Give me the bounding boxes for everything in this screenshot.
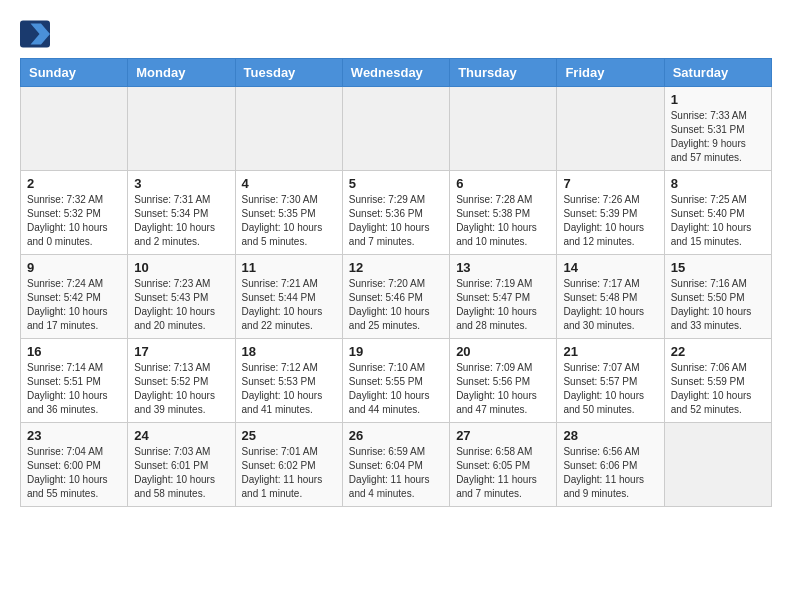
- day-info: Sunrise: 7:23 AM Sunset: 5:43 PM Dayligh…: [134, 277, 228, 333]
- day-info: Sunrise: 7:19 AM Sunset: 5:47 PM Dayligh…: [456, 277, 550, 333]
- day-info: Sunrise: 7:33 AM Sunset: 5:31 PM Dayligh…: [671, 109, 765, 165]
- day-number: 4: [242, 176, 336, 191]
- day-info: Sunrise: 7:07 AM Sunset: 5:57 PM Dayligh…: [563, 361, 657, 417]
- weekday-header-monday: Monday: [128, 59, 235, 87]
- day-info: Sunrise: 7:13 AM Sunset: 5:52 PM Dayligh…: [134, 361, 228, 417]
- calendar-cell: [128, 87, 235, 171]
- day-number: 19: [349, 344, 443, 359]
- day-number: 27: [456, 428, 550, 443]
- day-info: Sunrise: 7:06 AM Sunset: 5:59 PM Dayligh…: [671, 361, 765, 417]
- day-number: 18: [242, 344, 336, 359]
- calendar-cell: [342, 87, 449, 171]
- calendar-cell: 25Sunrise: 7:01 AM Sunset: 6:02 PM Dayli…: [235, 423, 342, 507]
- day-info: Sunrise: 7:16 AM Sunset: 5:50 PM Dayligh…: [671, 277, 765, 333]
- calendar-cell: [557, 87, 664, 171]
- calendar-cell: 13Sunrise: 7:19 AM Sunset: 5:47 PM Dayli…: [450, 255, 557, 339]
- day-info: Sunrise: 7:14 AM Sunset: 5:51 PM Dayligh…: [27, 361, 121, 417]
- calendar-cell: 4Sunrise: 7:30 AM Sunset: 5:35 PM Daylig…: [235, 171, 342, 255]
- day-number: 12: [349, 260, 443, 275]
- day-info: Sunrise: 7:10 AM Sunset: 5:55 PM Dayligh…: [349, 361, 443, 417]
- calendar-cell: 5Sunrise: 7:29 AM Sunset: 5:36 PM Daylig…: [342, 171, 449, 255]
- calendar-table: SundayMondayTuesdayWednesdayThursdayFrid…: [20, 58, 772, 507]
- day-number: 5: [349, 176, 443, 191]
- calendar-cell: 10Sunrise: 7:23 AM Sunset: 5:43 PM Dayli…: [128, 255, 235, 339]
- calendar-cell: 3Sunrise: 7:31 AM Sunset: 5:34 PM Daylig…: [128, 171, 235, 255]
- day-info: Sunrise: 6:56 AM Sunset: 6:06 PM Dayligh…: [563, 445, 657, 501]
- weekday-header-wednesday: Wednesday: [342, 59, 449, 87]
- day-info: Sunrise: 7:12 AM Sunset: 5:53 PM Dayligh…: [242, 361, 336, 417]
- calendar-week-4: 16Sunrise: 7:14 AM Sunset: 5:51 PM Dayli…: [21, 339, 772, 423]
- calendar-week-1: 1Sunrise: 7:33 AM Sunset: 5:31 PM Daylig…: [21, 87, 772, 171]
- calendar-cell: [235, 87, 342, 171]
- day-info: Sunrise: 7:32 AM Sunset: 5:32 PM Dayligh…: [27, 193, 121, 249]
- day-number: 25: [242, 428, 336, 443]
- calendar-cell: [21, 87, 128, 171]
- calendar-cell: 6Sunrise: 7:28 AM Sunset: 5:38 PM Daylig…: [450, 171, 557, 255]
- day-number: 14: [563, 260, 657, 275]
- calendar-cell: 17Sunrise: 7:13 AM Sunset: 5:52 PM Dayli…: [128, 339, 235, 423]
- day-number: 6: [456, 176, 550, 191]
- day-info: Sunrise: 7:20 AM Sunset: 5:46 PM Dayligh…: [349, 277, 443, 333]
- calendar-cell: 18Sunrise: 7:12 AM Sunset: 5:53 PM Dayli…: [235, 339, 342, 423]
- calendar-week-3: 9Sunrise: 7:24 AM Sunset: 5:42 PM Daylig…: [21, 255, 772, 339]
- calendar-week-2: 2Sunrise: 7:32 AM Sunset: 5:32 PM Daylig…: [21, 171, 772, 255]
- calendar-cell: 27Sunrise: 6:58 AM Sunset: 6:05 PM Dayli…: [450, 423, 557, 507]
- day-number: 2: [27, 176, 121, 191]
- calendar-cell: [664, 423, 771, 507]
- calendar-cell: 16Sunrise: 7:14 AM Sunset: 5:51 PM Dayli…: [21, 339, 128, 423]
- day-number: 3: [134, 176, 228, 191]
- calendar-cell: 21Sunrise: 7:07 AM Sunset: 5:57 PM Dayli…: [557, 339, 664, 423]
- day-number: 7: [563, 176, 657, 191]
- day-info: Sunrise: 7:04 AM Sunset: 6:00 PM Dayligh…: [27, 445, 121, 501]
- day-number: 22: [671, 344, 765, 359]
- weekday-header-saturday: Saturday: [664, 59, 771, 87]
- page-header: [20, 20, 772, 48]
- day-number: 11: [242, 260, 336, 275]
- day-info: Sunrise: 7:09 AM Sunset: 5:56 PM Dayligh…: [456, 361, 550, 417]
- day-number: 24: [134, 428, 228, 443]
- day-number: 20: [456, 344, 550, 359]
- weekday-header-thursday: Thursday: [450, 59, 557, 87]
- calendar-cell: 8Sunrise: 7:25 AM Sunset: 5:40 PM Daylig…: [664, 171, 771, 255]
- calendar-cell: 14Sunrise: 7:17 AM Sunset: 5:48 PM Dayli…: [557, 255, 664, 339]
- day-number: 23: [27, 428, 121, 443]
- day-info: Sunrise: 6:59 AM Sunset: 6:04 PM Dayligh…: [349, 445, 443, 501]
- calendar-cell: 28Sunrise: 6:56 AM Sunset: 6:06 PM Dayli…: [557, 423, 664, 507]
- day-number: 1: [671, 92, 765, 107]
- day-number: 26: [349, 428, 443, 443]
- calendar-cell: 1Sunrise: 7:33 AM Sunset: 5:31 PM Daylig…: [664, 87, 771, 171]
- day-info: Sunrise: 7:01 AM Sunset: 6:02 PM Dayligh…: [242, 445, 336, 501]
- calendar-cell: 19Sunrise: 7:10 AM Sunset: 5:55 PM Dayli…: [342, 339, 449, 423]
- calendar-cell: 15Sunrise: 7:16 AM Sunset: 5:50 PM Dayli…: [664, 255, 771, 339]
- weekday-header-friday: Friday: [557, 59, 664, 87]
- day-info: Sunrise: 7:25 AM Sunset: 5:40 PM Dayligh…: [671, 193, 765, 249]
- day-info: Sunrise: 7:28 AM Sunset: 5:38 PM Dayligh…: [456, 193, 550, 249]
- calendar-cell: 12Sunrise: 7:20 AM Sunset: 5:46 PM Dayli…: [342, 255, 449, 339]
- logo: [20, 20, 52, 48]
- calendar-cell: 23Sunrise: 7:04 AM Sunset: 6:00 PM Dayli…: [21, 423, 128, 507]
- calendar-cell: [450, 87, 557, 171]
- day-number: 15: [671, 260, 765, 275]
- calendar-body: 1Sunrise: 7:33 AM Sunset: 5:31 PM Daylig…: [21, 87, 772, 507]
- day-info: Sunrise: 7:30 AM Sunset: 5:35 PM Dayligh…: [242, 193, 336, 249]
- calendar-cell: 22Sunrise: 7:06 AM Sunset: 5:59 PM Dayli…: [664, 339, 771, 423]
- calendar-cell: 20Sunrise: 7:09 AM Sunset: 5:56 PM Dayli…: [450, 339, 557, 423]
- day-info: Sunrise: 7:24 AM Sunset: 5:42 PM Dayligh…: [27, 277, 121, 333]
- day-number: 28: [563, 428, 657, 443]
- calendar-week-5: 23Sunrise: 7:04 AM Sunset: 6:00 PM Dayli…: [21, 423, 772, 507]
- day-info: Sunrise: 7:03 AM Sunset: 6:01 PM Dayligh…: [134, 445, 228, 501]
- day-number: 21: [563, 344, 657, 359]
- calendar-cell: 24Sunrise: 7:03 AM Sunset: 6:01 PM Dayli…: [128, 423, 235, 507]
- day-info: Sunrise: 6:58 AM Sunset: 6:05 PM Dayligh…: [456, 445, 550, 501]
- day-number: 13: [456, 260, 550, 275]
- day-info: Sunrise: 7:26 AM Sunset: 5:39 PM Dayligh…: [563, 193, 657, 249]
- day-info: Sunrise: 7:21 AM Sunset: 5:44 PM Dayligh…: [242, 277, 336, 333]
- weekday-header-tuesday: Tuesday: [235, 59, 342, 87]
- logo-icon: [20, 20, 50, 48]
- day-number: 16: [27, 344, 121, 359]
- calendar-cell: 2Sunrise: 7:32 AM Sunset: 5:32 PM Daylig…: [21, 171, 128, 255]
- calendar-cell: 26Sunrise: 6:59 AM Sunset: 6:04 PM Dayli…: [342, 423, 449, 507]
- day-info: Sunrise: 7:17 AM Sunset: 5:48 PM Dayligh…: [563, 277, 657, 333]
- day-number: 9: [27, 260, 121, 275]
- day-number: 8: [671, 176, 765, 191]
